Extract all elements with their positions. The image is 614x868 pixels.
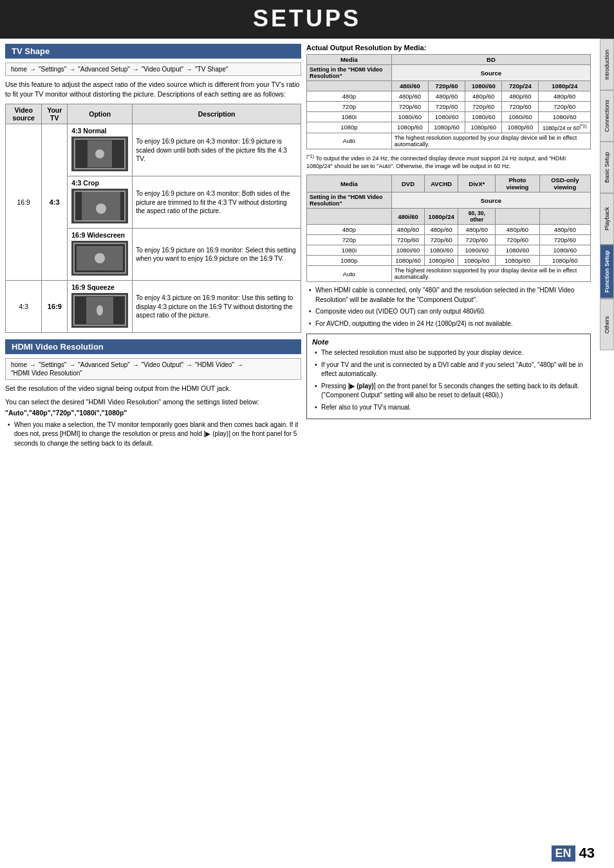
option-img-169sq [71,293,128,328]
dvd-col-dvd: DVD [391,175,424,193]
bd-resolution-table: Media BD Setting in the "HDMI Video Reso… [306,54,591,149]
breadcrumb-video-output: "Video Output" [142,66,183,73]
hdmi-para2: You can select the desired "HDMI Video R… [5,397,301,407]
note-item-2: If your TV and the unit is connected by … [315,361,585,379]
dvd-src-3: 60, 30, other [458,209,496,225]
note-item-1: The selected resolution must also be sup… [315,348,585,358]
breadcrumb-tv-shape: "TV Shape" [195,66,228,73]
desc-43normal: To enjoy 16:9 picture on 4:3 monitor: 16… [133,124,301,176]
breadcrumb-home: home [11,66,27,73]
output-bullet-1: When HDMI cable is connected, only "480i… [309,286,591,305]
footnote-1: (*1) To output the video in 24 Hz, the c… [306,153,591,171]
dvd-source-header: Source [391,193,590,209]
bd-col-bd: BD [391,55,590,65]
dvd-col-photo: Photo viewing [496,175,539,193]
right-column: Actual Output Resolution by Media: Media… [306,44,609,453]
bd-row-1080i: 1080i 1080i/60 1080i/60 1080i/60 1080i/6… [307,112,591,122]
breadcrumb-arrow-1: → [30,66,36,73]
bd-source-header: Source [391,65,590,81]
bd-row-1080p: 1080p 1080p/60 1080p/60 1080p/60 1080p/6… [307,122,591,133]
hdmi-bullet-1: When you make a selection, the TV monito… [8,420,301,449]
dvd-col-divx: DivX* [458,175,496,193]
output-bullets: When HDMI cable is connected, only "480i… [306,286,591,328]
option-43normal: 4:3 Normal [68,124,133,176]
page-title: SETUPS [0,0,614,39]
dvd-col-osd: OSD-only viewing [539,175,590,193]
tv-shape-intro: Use this feature to adjust the aspect ra… [5,80,301,99]
note-item-4: Refer also to your TV's manual. [315,403,585,413]
option-img-169wide [71,241,128,276]
output-bullet-2: Composite video out (VIDEO OUT) can only… [309,307,591,317]
breadcrumb-arrow-4: → [186,66,192,73]
sidebar-tab-playback[interactable]: Playback [600,193,614,245]
breadcrumb-advanced-setup: "Advanced Setup" [78,66,130,73]
breadcrumb-settings: "Settings" [39,66,66,73]
your-tv-169: 16:9 [42,281,68,333]
dvd-row-480p: 480p 480p/60 480p/60 480p/60 480p/60 480… [307,225,591,235]
tv-shape-table: Video source Your TV Option Description … [5,104,301,333]
bd-row-720p: 720p 720p/60 720p/60 720p/60 720p/60 720… [307,102,591,112]
video-source-169: 16:9 [6,124,42,281]
bd-src-3: 1080i/60 [465,81,502,91]
left-column: TV Shape home → "Settings" → "Advanced S… [5,44,301,453]
dvd-src-2: 1080p/24 [425,209,458,225]
desc-169wide: To enjoy 16:9 picture on 16:9 monitor: S… [133,229,301,281]
hdmi-settings: "Auto","480p","720p","1080i","1080p" [5,409,301,417]
bd-src-5: 1080p/24 [539,81,591,91]
bd-row-auto: Auto The highest resolution supported by… [307,133,591,149]
hdmi-bullets: When you make a selection, the TV monito… [5,420,301,449]
sidebar-tab-connections[interactable]: Connections [600,90,614,142]
video-source-43: 4:3 [6,281,42,333]
col-description: Description [133,104,301,124]
output-bullet-3: For AVCHD, outputting the video in 24 Hz… [309,319,591,329]
col-your-tv: Your TV [42,104,68,124]
col-video-source: Video source [6,104,42,124]
actual-output-title: Actual Output Resolution by Media: [306,44,591,52]
breadcrumb-arrow-3: → [133,66,139,73]
hdmi-para1: Set the resolution of the video signal b… [5,384,301,393]
page-footer: EN 43 [552,845,595,862]
note-title: Note [312,338,585,346]
dvd-setting-header: Setting in the "HDMI Video Resolution" [307,193,392,209]
bd-src-2: 720p/60 [428,81,465,91]
en-badge: EN [552,845,575,862]
note-box: Note The selected resolution must also b… [306,334,591,419]
tv-shape-section-title: TV Shape [5,44,301,59]
dvd-col-media: Media [307,175,392,193]
desc-43crop: To enjoy 16:9 picture on 4:3 monitor: Bo… [133,176,301,229]
dvd-row-720p: 720p 720p/60 720p/60 720p/60 720p/60 720… [307,235,591,245]
note-item-3: Pressing [▶ (play)] on the front panel f… [315,382,585,401]
sidebar-tabs: Introduction Connections Basic Setup Pla… [600,39,614,350]
desc-169sq: To enjoy 4:3 picture on 16:9 monitor: Us… [133,281,301,333]
breadcrumb-arrow-2: → [69,66,75,73]
dvd-col-avchd: AVCHD [425,175,458,193]
bd-src-4: 720p/24 [502,81,539,91]
dvd-row-1080i: 1080i 1080i/60 1080i/60 1080i/60 1080i/6… [307,245,591,256]
dvd-row-auto: Auto The highest resolution supported by… [307,266,591,282]
sidebar-tab-function-setup[interactable]: Function Setup [600,245,614,299]
bd-row-480p: 480p 480p/60 480p/60 480p/60 480p/60 480… [307,91,591,102]
tv-shape-breadcrumb: home → "Settings" → "Advanced Setup" → "… [5,62,301,76]
option-img-43normal [71,137,128,171]
sidebar-tab-introduction[interactable]: Introduction [600,39,614,90]
dvd-resolution-table: Media DVD AVCHD DivX* Photo viewing OSD-… [306,175,591,282]
hdmi-breadcrumb-home: home [11,361,27,368]
sidebar-tab-others[interactable]: Others [600,299,614,350]
option-169sq: 16:9 Squeeze [68,281,133,333]
sidebar-tab-basic-setup[interactable]: Basic Setup [600,142,614,193]
option-img-43crop [71,189,128,223]
hdmi-breadcrumb: home → "Settings" → "Advanced Setup" → "… [5,358,301,380]
dvd-row-1080p: 1080p 1080p/60 1080p/60 1080p/60 1080p/6… [307,256,591,266]
bd-src-1: 480i/60 [391,81,428,91]
main-content: TV Shape home → "Settings" → "Advanced S… [0,39,614,458]
option-43crop: 4:3 Crop [68,176,133,229]
dvd-src-1: 480i/60 [391,209,424,225]
your-tv-43: 4:3 [42,124,68,281]
note-list: The selected resolution must also be sup… [312,348,585,412]
page-number: 43 [579,845,595,862]
option-169wide: 16:9 Widescreen [68,229,133,281]
hdmi-section-title: HDMI Video Resolution [5,339,301,354]
bd-col-media: Media [307,55,392,65]
col-option: Option [68,104,133,124]
bd-col-setting: Setting in the "HDMI Video Resolution" [307,65,392,81]
